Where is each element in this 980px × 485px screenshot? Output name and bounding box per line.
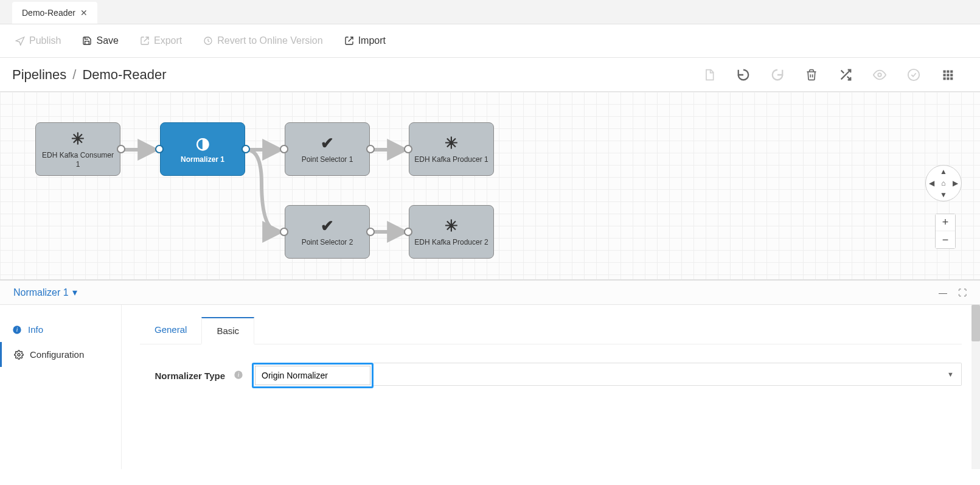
form-row-normalizer-type: Normalizer Type i ▼: [140, 363, 962, 388]
port-out[interactable]: [366, 228, 375, 236]
properties-title-dropdown[interactable]: Normalizer 1 ▾: [13, 287, 77, 298]
revert-label: Revert to Online Version: [217, 35, 322, 46]
pan-control[interactable]: ▲ ◀ ⌂ ▶ ▼: [925, 165, 962, 201]
sidenav-info-label: Info: [28, 324, 43, 335]
svg-rect-11: [947, 74, 949, 76]
import-icon: [344, 36, 354, 46]
import-button[interactable]: Import: [344, 35, 386, 46]
pan-down-icon[interactable]: ▼: [940, 190, 947, 199]
trash-icon[interactable]: [804, 67, 819, 83]
normalizer-type-select[interactable]: [255, 366, 370, 385]
check-circle-icon: [906, 67, 922, 83]
properties-main: General Basic Normalizer Type i ▼: [122, 305, 980, 469]
breadcrumb-current: Demo-Reader: [82, 67, 166, 83]
port-out[interactable]: [366, 145, 375, 153]
icon-toolbar: [701, 67, 968, 83]
node-kafka-producer-2[interactable]: ✳ EDH Kafka Producer 2: [409, 205, 494, 259]
selector-icon: ✔: [321, 217, 334, 236]
pan-right-icon[interactable]: ▶: [953, 179, 958, 187]
save-label: Save: [96, 35, 118, 46]
zoom-out-button[interactable]: −: [936, 231, 955, 248]
properties-body: i Info Configuration General Basic Norma…: [0, 305, 980, 469]
select-track[interactable]: ▼: [374, 363, 962, 386]
port-out[interactable]: [117, 145, 125, 153]
chevron-down-icon: ▼: [947, 371, 954, 378]
svg-point-22: [18, 354, 20, 356]
pan-left-icon[interactable]: ◀: [929, 179, 934, 187]
scrollbar[interactable]: [971, 305, 980, 469]
port-in[interactable]: [280, 145, 288, 153]
svg-rect-14: [947, 77, 949, 80]
port-in[interactable]: [280, 228, 288, 236]
expand-icon[interactable]: ⛶: [958, 288, 967, 298]
info-hint-icon[interactable]: i: [234, 370, 243, 382]
breadcrumb: Pipelines / Demo-Reader: [12, 67, 167, 83]
svg-rect-7: [944, 70, 946, 72]
sidenav-config[interactable]: Configuration: [0, 342, 121, 367]
node-normalizer-1[interactable]: ◑ Normalizer 1: [160, 122, 245, 176]
undo-icon[interactable]: [735, 67, 751, 83]
sidenav-config-label: Configuration: [30, 349, 84, 360]
svg-text:i: i: [238, 372, 240, 378]
node-kafka-consumer-1[interactable]: ✳ EDH Kafka Consumer 1: [35, 122, 120, 176]
export-button: Export: [140, 35, 182, 46]
info-icon: i: [12, 325, 22, 335]
port-in[interactable]: [404, 228, 412, 236]
grid-icon[interactable]: [940, 67, 956, 83]
svg-rect-15: [950, 77, 953, 80]
svg-line-4: [841, 70, 844, 73]
sidenav-info[interactable]: i Info: [0, 317, 121, 342]
save-icon: [82, 36, 92, 46]
pan-home-icon[interactable]: ⌂: [941, 179, 945, 187]
pan-up-icon[interactable]: ▲: [940, 167, 947, 176]
tab-general[interactable]: General: [140, 317, 201, 344]
normalizer-icon: ◑: [196, 134, 210, 153]
tab-title: Demo-Reader: [22, 8, 75, 18]
svg-point-5: [878, 73, 881, 77]
svg-rect-8: [947, 70, 949, 72]
node-point-selector-2[interactable]: ✔ Point Selector 2: [285, 205, 370, 259]
node-label: EDH Kafka Producer 1: [414, 155, 488, 164]
node-point-selector-1[interactable]: ✔ Point Selector 1: [285, 122, 370, 176]
svg-rect-12: [950, 74, 953, 76]
node-label: EDH Kafka Producer 2: [414, 238, 488, 246]
eye-icon: [872, 67, 888, 83]
redo-icon: [770, 67, 785, 83]
normalizer-type-label: Normalizer Type: [140, 371, 225, 381]
properties-title: Normalizer 1: [13, 287, 69, 298]
minimize-icon[interactable]: —: [939, 288, 947, 298]
properties-header: Normalizer 1 ▾ — ⛶: [0, 281, 980, 305]
zoom-in-button[interactable]: +: [936, 214, 955, 231]
publish-label: Publish: [29, 35, 61, 46]
tab-close-icon[interactable]: ✕: [80, 8, 88, 18]
selector-icon: ✔: [321, 134, 334, 153]
node-label: Point Selector 2: [302, 238, 353, 246]
publish-icon: [15, 36, 25, 46]
node-label: Normalizer 1: [181, 155, 224, 164]
breadcrumb-sep: /: [72, 67, 76, 83]
svg-line-1: [348, 37, 352, 41]
toolbar: Publish Save Export Revert to Online Ver…: [0, 24, 980, 58]
svg-rect-9: [950, 70, 953, 72]
port-in[interactable]: [155, 145, 164, 153]
pipeline-canvas[interactable]: ✳ EDH Kafka Consumer 1 ◑ Normalizer 1 ✔ …: [0, 91, 980, 280]
tab-basic[interactable]: Basic: [201, 317, 254, 344]
properties-tabs: General Basic: [140, 317, 962, 344]
save-button[interactable]: Save: [82, 35, 118, 46]
shuffle-icon[interactable]: [838, 67, 853, 83]
breadcrumb-root[interactable]: Pipelines: [12, 67, 66, 83]
kafka-icon: ✳: [445, 217, 458, 236]
import-label: Import: [358, 35, 386, 46]
port-in[interactable]: [404, 145, 412, 153]
port-out[interactable]: [242, 145, 250, 153]
tab-demo-reader[interactable]: Demo-Reader ✕: [12, 2, 97, 24]
chevron-down-icon: ▾: [72, 287, 77, 298]
tab-bar: Demo-Reader ✕: [0, 0, 980, 24]
kafka-icon: ✳: [445, 134, 458, 153]
svg-rect-13: [944, 77, 946, 80]
node-kafka-producer-1[interactable]: ✳ EDH Kafka Producer 1: [409, 122, 494, 176]
scrollbar-thumb[interactable]: [971, 305, 980, 341]
publish-button: Publish: [15, 35, 61, 46]
breadcrumb-bar: Pipelines / Demo-Reader: [0, 58, 980, 91]
document-icon: [701, 67, 717, 83]
